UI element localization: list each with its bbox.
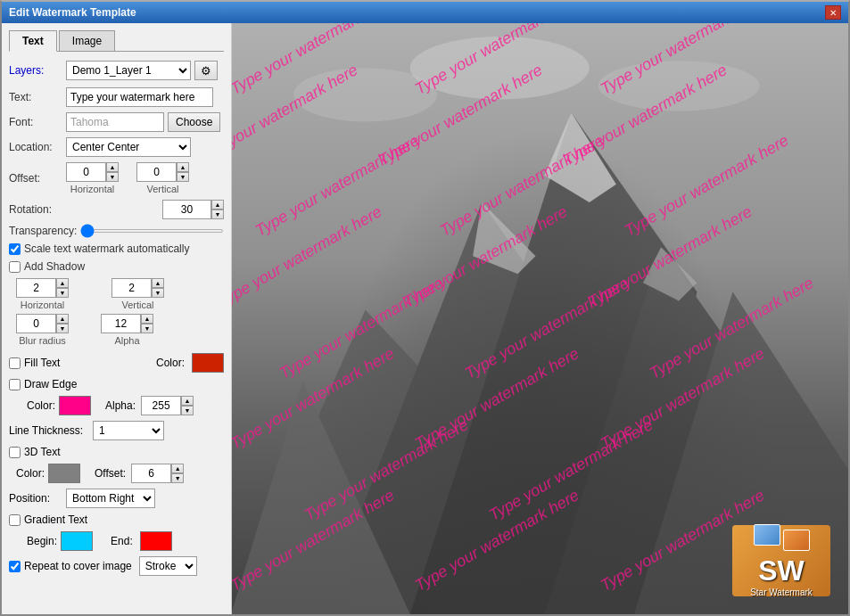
offset-v-up[interactable]: ▲ (177, 162, 189, 172)
shadow-h-up[interactable]: ▲ (56, 278, 69, 288)
photo-thumbs (754, 524, 810, 551)
edge-color-label: Color: (27, 399, 55, 412)
main-window: Edit Watermark Template ✕ Text Image Lay… (0, 0, 850, 616)
location-select[interactable]: Center Center (66, 137, 191, 157)
shadow-v-input[interactable] (111, 278, 152, 298)
text-row: Text: (9, 87, 224, 107)
shadow-blur-label: Blur radius (19, 335, 66, 346)
3d-color-offset-row: Color: Offset: ▲ ▼ (16, 464, 224, 483)
close-button[interactable]: ✕ (825, 5, 841, 20)
shadow-blur-alpha-row: ▲ ▼ Blur radius ▲ ▼ (16, 314, 224, 346)
offset-horizontal-group: ▲ ▼ Horizontal (66, 162, 119, 194)
3d-offset-input[interactable] (131, 464, 171, 483)
3d-text-checkbox[interactable] (9, 447, 21, 458)
window-title: Edit Watermark Template (9, 6, 136, 19)
3d-text-label: 3D Text (24, 446, 60, 458)
gradient-text-label: Gradient Text (24, 513, 87, 526)
choose-font-button[interactable]: Choose (168, 112, 220, 132)
gradient-text-checkbox[interactable] (9, 514, 21, 526)
shadow-h-label: Horizontal (21, 300, 65, 310)
repeat-checkbox[interactable] (9, 561, 21, 572)
shadow-alpha-input[interactable] (101, 314, 141, 333)
shadow-h-input[interactable] (16, 278, 56, 298)
edge-color-row: Color: Alpha: ▲ ▼ (27, 396, 224, 415)
3d-offset-up[interactable]: ▲ (171, 464, 184, 473)
rotation-spinner: ▲ ▼ (162, 200, 224, 219)
stroke-select[interactable]: Stroke (139, 556, 197, 576)
layers-label: Layers: (9, 64, 62, 77)
shadow-h-spinner: ▲ ▼ (16, 278, 69, 298)
shadow-alpha-up[interactable]: ▲ (141, 314, 153, 324)
offset-h-spinner-btns: ▲ ▼ (106, 162, 119, 182)
text-input[interactable] (66, 87, 213, 107)
transparency-row: Transparency: (9, 225, 224, 237)
shadow-blur-group: ▲ ▼ Blur radius (16, 314, 69, 346)
offset-h-up[interactable]: ▲ (106, 162, 119, 172)
photo-thumb-1 (754, 524, 780, 546)
shadow-checkbox-row: Add Shadow (9, 260, 224, 273)
position-label: Position: (9, 492, 62, 505)
offset-h-down[interactable]: ▼ (106, 172, 119, 182)
line-thickness-select[interactable]: 123 (93, 421, 164, 440)
layers-select[interactable]: Demo 1_Layer 1 (66, 61, 191, 80)
text-label: Text: (9, 91, 62, 103)
fill-text-checkbox[interactable] (9, 357, 21, 369)
offset-h-input[interactable] (66, 162, 106, 182)
edge-alpha-up[interactable]: ▲ (181, 396, 194, 406)
3d-text-row: 3D Text (9, 446, 224, 458)
offset-row: Offset: ▲ ▼ Horizontal (9, 162, 224, 194)
gradient-end-swatch[interactable] (140, 531, 172, 551)
position-row: Position: Bottom Right (9, 489, 224, 508)
scale-checkbox-row: Scale text watermark automatically (9, 242, 224, 255)
tab-bar: Text Image (9, 30, 224, 52)
shadow-blur-down[interactable]: ▼ (56, 324, 69, 333)
shadow-h-spinner-btns: ▲ ▼ (56, 278, 69, 298)
offset-v-input[interactable] (136, 162, 177, 182)
tab-text[interactable]: Text (9, 30, 57, 52)
layers-row: Layers: Demo 1_Layer 1 ⚙ (9, 61, 224, 80)
edge-alpha-down[interactable]: ▼ (181, 406, 194, 415)
rotation-down[interactable]: ▼ (211, 209, 224, 219)
edge-alpha-label: Alpha: (105, 399, 136, 412)
shadow-h-group: ▲ ▼ Horizontal (16, 278, 69, 310)
position-select[interactable]: Bottom Right (66, 489, 155, 508)
edge-color-swatch[interactable] (59, 396, 91, 415)
fill-text-row: Fill Text Color: (9, 353, 224, 373)
shadow-alpha-down[interactable]: ▼ (141, 324, 153, 333)
shadow-checkbox[interactable] (9, 261, 21, 273)
edge-alpha-spinner-btns: ▲ ▼ (181, 396, 194, 415)
fill-text-label: Fill Text (24, 357, 60, 369)
shadow-blur-spinner-btns: ▲ ▼ (56, 314, 69, 333)
logo-sw-text: SW (758, 554, 805, 587)
shadow-v-group: ▲ ▼ Vertical (111, 278, 164, 310)
offset-v-down[interactable]: ▼ (177, 172, 189, 182)
shadow-blur-input[interactable] (16, 314, 56, 333)
edge-alpha-input[interactable] (141, 396, 181, 415)
shadow-alpha-spinner-btns: ▲ ▼ (141, 314, 153, 333)
layers-gear-button[interactable]: ⚙ (194, 61, 218, 80)
rotation-input[interactable] (162, 200, 211, 219)
3d-color-swatch[interactable] (48, 464, 80, 483)
sw-logo: SW Star Watermark (732, 525, 830, 596)
shadow-h-down[interactable]: ▼ (56, 288, 69, 298)
3d-offset-down[interactable]: ▼ (171, 473, 184, 483)
draw-edge-checkbox[interactable] (9, 379, 21, 390)
shadow-blur-spinner: ▲ ▼ (16, 314, 69, 333)
shadow-v-up[interactable]: ▲ (152, 278, 164, 288)
rotation-row: Rotation: ▲ ▼ (9, 200, 224, 219)
rotation-up[interactable]: ▲ (211, 200, 224, 209)
gradient-begin-swatch[interactable] (61, 531, 93, 551)
tab-image[interactable]: Image (59, 30, 115, 51)
offset-v-spinner: ▲ ▼ (136, 162, 189, 182)
transparency-slider[interactable] (80, 229, 224, 233)
scale-checkbox[interactable] (9, 243, 21, 255)
draw-edge-label: Draw Edge (24, 378, 77, 390)
fill-color-swatch[interactable] (192, 353, 224, 373)
shadow-blur-up[interactable]: ▲ (56, 314, 69, 324)
shadow-alpha-spinner: ▲ ▼ (101, 314, 153, 333)
font-input (66, 112, 164, 132)
shadow-v-down[interactable]: ▼ (152, 288, 164, 298)
gradient-end-label: End: (111, 535, 133, 547)
location-label: Location: (9, 141, 62, 153)
gradient-begin-label: Begin: (27, 535, 57, 547)
